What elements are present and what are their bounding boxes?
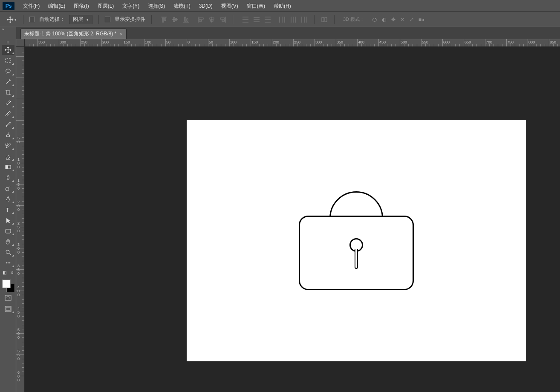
close-icon[interactable]: × xyxy=(120,32,122,37)
svg-line-43 xyxy=(9,186,10,188)
align-right-icon[interactable] xyxy=(219,16,227,23)
auto-select-checkbox[interactable] xyxy=(29,17,35,22)
svg-rect-37 xyxy=(325,17,327,22)
auto-align-icon[interactable] xyxy=(320,16,328,23)
menu-item[interactable]: 编辑(E) xyxy=(44,0,69,12)
menu-item[interactable]: 文件(F) xyxy=(19,0,44,12)
menu-item[interactable]: 图像(I) xyxy=(69,0,93,12)
ruler-origin[interactable] xyxy=(16,39,25,47)
menu-item[interactable]: 文字(Y) xyxy=(118,0,144,12)
edit-toolbar[interactable] xyxy=(2,258,14,268)
dock-handle-icon[interactable]: » xyxy=(0,27,6,32)
document-canvas[interactable] xyxy=(187,120,526,361)
svg-rect-8 xyxy=(187,19,188,21)
svg-rect-1 xyxy=(162,18,164,22)
ruler-h-label: 600 xyxy=(443,40,450,44)
type-tool[interactable]: T xyxy=(2,205,14,215)
menu-item[interactable]: 图层(L) xyxy=(93,0,118,12)
slide-3d-icon[interactable]: ⤧ xyxy=(400,17,404,23)
separator xyxy=(151,15,152,24)
dodge-tool[interactable] xyxy=(2,183,14,193)
menu-item[interactable]: 3D(D) xyxy=(195,0,217,12)
svg-point-46 xyxy=(6,250,9,254)
hand-tool[interactable] xyxy=(2,236,14,247)
align-vcenter-icon[interactable] xyxy=(171,16,179,23)
eraser-tool[interactable] xyxy=(2,151,14,161)
distribute-right-icon[interactable] xyxy=(300,16,308,23)
pen-tool[interactable] xyxy=(2,194,14,204)
menu-item[interactable]: 滤镜(T) xyxy=(169,0,194,12)
scale-3d-icon[interactable]: ⤢ xyxy=(410,17,414,23)
gradient-tool[interactable] xyxy=(2,162,14,172)
ruler-v-label: 250 xyxy=(17,222,20,233)
align-bottom-icon[interactable] xyxy=(182,16,190,23)
auto-select-target-dropdown[interactable]: 图层▾ xyxy=(69,15,92,24)
roll-3d-icon[interactable]: ◐ xyxy=(382,17,386,23)
current-tool-icon[interactable]: ▾ xyxy=(6,15,17,24)
horizontal-ruler[interactable]: 3503002502001501005005010015020025030035… xyxy=(25,39,560,47)
toolbox-handle[interactable]: ⠿ xyxy=(1,41,15,44)
svg-rect-16 xyxy=(220,18,225,19)
ruler-h-label: 50 xyxy=(166,40,170,44)
default-colors-icon[interactable]: ◧ xyxy=(3,270,6,275)
distribute-bottom-icon[interactable] xyxy=(264,16,271,23)
foreground-color-swatch[interactable] xyxy=(2,280,11,288)
swap-colors-icon[interactable]: ⤭ xyxy=(10,270,14,275)
vertical-ruler[interactable]: 50100150200250300350400450500550600 xyxy=(16,47,25,392)
ruler-h-label: 850 xyxy=(550,40,556,44)
menu-item[interactable]: 帮助(H) xyxy=(269,0,295,12)
brush-tool[interactable] xyxy=(2,119,14,130)
menubar: Ps 文件(F)编辑(E)图像(I)图层(L)文字(Y)选择(S)滤镜(T)3D… xyxy=(0,0,560,12)
ruler-spot-healing-tool[interactable] xyxy=(2,109,14,119)
menu-item[interactable]: 窗口(W) xyxy=(242,0,269,12)
ruler-h-label: 300 xyxy=(60,40,66,44)
mode3d-label: 3D 模式： xyxy=(343,16,364,23)
lock-keyhole-stem xyxy=(355,249,358,269)
menu-item[interactable]: 视图(V) xyxy=(217,0,242,12)
ruler-v-label: 50 xyxy=(17,136,20,144)
canvas-viewport[interactable] xyxy=(25,47,560,392)
show-transform-checkbox[interactable] xyxy=(105,17,110,22)
orbit-3d-icon[interactable]: ⭯ xyxy=(372,17,377,23)
svg-rect-54 xyxy=(6,307,10,311)
svg-rect-11 xyxy=(199,20,202,21)
quick-mask-tool[interactable] xyxy=(2,293,14,303)
ruler-v-label: 550 xyxy=(17,349,20,361)
color-swatches[interactable] xyxy=(1,279,15,292)
distribute-left-icon[interactable] xyxy=(278,16,286,23)
lasso-tool[interactable] xyxy=(2,66,14,76)
align-top-icon[interactable] xyxy=(160,16,168,23)
svg-rect-51 xyxy=(5,295,11,300)
ruler-h-label: 100 xyxy=(145,40,151,44)
align-left-icon[interactable] xyxy=(197,16,205,23)
document-tab[interactable]: 未标题-1 @ 100% (圆角矩形 2, RGB/8) * × xyxy=(20,29,127,39)
distribute-vcenter-icon[interactable] xyxy=(253,16,260,23)
svg-point-48 xyxy=(6,262,7,264)
zoom-tool[interactable] xyxy=(2,247,14,257)
auto-select-label: 自动选择： xyxy=(39,16,65,23)
distribute-vertical-group xyxy=(242,16,271,23)
crop-tool[interactable] xyxy=(2,87,14,98)
history-brush-tool[interactable] xyxy=(2,141,14,151)
blur-tool[interactable] xyxy=(2,173,14,183)
svg-rect-41 xyxy=(6,165,8,169)
screen-mode-tool[interactable] xyxy=(2,304,14,314)
rectangle-shape-tool[interactable] xyxy=(2,226,14,236)
magic-wand-tool[interactable] xyxy=(2,77,14,87)
clone-stamp-tool[interactable] xyxy=(2,130,14,140)
menu-item[interactable]: 选择(S) xyxy=(144,0,169,12)
distribute-top-icon[interactable] xyxy=(242,16,249,23)
pan-3d-icon[interactable]: ✥ xyxy=(391,17,395,23)
path-selection-tool[interactable] xyxy=(2,215,14,225)
ruler-h-label: 300 xyxy=(315,40,322,44)
align-hcenter-icon[interactable] xyxy=(208,16,216,23)
distribute-hcenter-icon[interactable] xyxy=(289,16,297,23)
eyedropper-tool[interactable] xyxy=(2,98,14,108)
ruler-v-label: 150 xyxy=(17,179,20,190)
move-tool[interactable] xyxy=(2,45,14,55)
distribute-horizontal-group xyxy=(278,16,308,23)
rectangular-marquee-tool[interactable] xyxy=(2,55,14,66)
ruler-h-label: 50 xyxy=(209,40,213,44)
camera-3d-icon[interactable]: ■◂ xyxy=(419,17,424,23)
separator xyxy=(98,15,99,24)
